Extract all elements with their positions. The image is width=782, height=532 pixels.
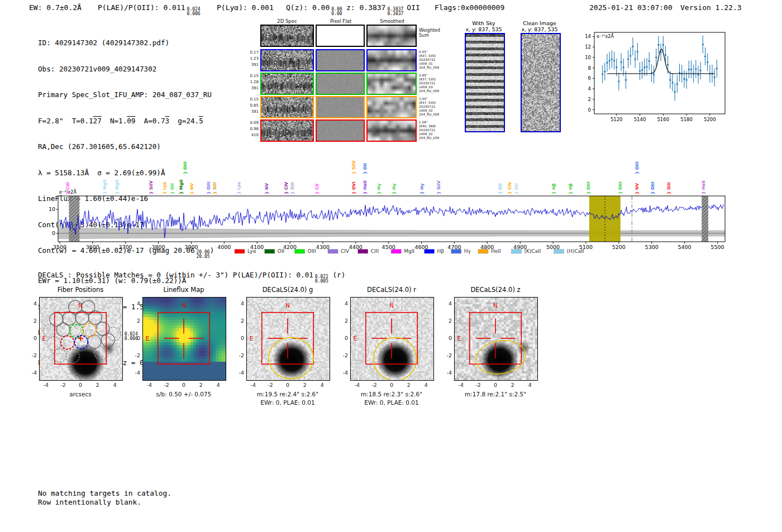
svg-text:} CIV: } CIV xyxy=(284,182,289,194)
cutout-ytick: 2 xyxy=(130,318,140,324)
spec2d-row-left-labels: 0.171.23391 xyxy=(247,50,259,68)
cutout-ytick: 4 xyxy=(27,300,37,306)
cutout-ytick: 2 xyxy=(27,318,37,324)
decals-frac: 0.0210.005 xyxy=(315,275,328,284)
header-plae-value: P(LAE)/P(OII): 0.011 xyxy=(98,3,185,12)
svg-text:} SiIV: } SiIV xyxy=(436,180,441,194)
header-plae-frac: 0.0240.006 xyxy=(187,7,201,16)
cutout-ytick: -4 xyxy=(338,370,348,376)
info-seeing-line: F=2.8" T=0.127 N=1.09 A=0.73 g=24.5 xyxy=(38,117,214,126)
svg-text:} OIII: } OIII xyxy=(586,181,591,194)
decals-summary: DECaLS : Possible Matches = 0 (within +/… xyxy=(38,271,345,284)
spec2d-cell xyxy=(260,119,314,142)
cutout-xtick: 4 xyxy=(111,382,120,388)
svg-text:10: 10 xyxy=(49,206,55,212)
spec2d-cutout-image xyxy=(317,121,364,141)
spec2d-row-left-labels: 0.150.85391 xyxy=(247,97,259,115)
svg-text:5160: 5160 xyxy=(657,117,669,122)
info-g-ov: 5 xyxy=(199,117,203,125)
spec2d-header-2dspec: 2D Spec xyxy=(277,18,297,24)
cutout-ytick: -2 xyxy=(234,352,244,358)
svg-text:} OIII: } OIII xyxy=(206,181,211,194)
header-plae: P(LAE)/P(OII): 0.0110.0240.006 xyxy=(98,3,201,16)
header-qz-frac: 0.000.00 xyxy=(331,7,342,16)
svg-text:} OIII: } OIII xyxy=(183,161,188,174)
cutout-overlay: NE xyxy=(39,297,122,380)
clean-title: Clean Imagex, y: 837, 535 xyxy=(509,20,570,32)
cutout-ytick: 0 xyxy=(442,335,452,341)
cutout-xtick: -4 xyxy=(249,382,258,388)
header-flags: Flags:0x00000009 xyxy=(435,3,504,12)
spec2d-row xyxy=(260,25,468,47)
spec2d-cutout-image xyxy=(368,50,416,70)
cutout-xtick: 0 xyxy=(179,382,188,388)
svg-text:5180: 5180 xyxy=(680,117,693,122)
cutout-xtick: -2 xyxy=(474,382,483,388)
svg-text:5200: 5200 xyxy=(612,244,626,250)
spec2d-cell xyxy=(260,96,314,118)
header-datetime: 2025-01-21 03:07:00 xyxy=(589,3,673,12)
header-qz: Q(z): 0.000.000.00 xyxy=(286,3,342,16)
svg-text:14: 14 xyxy=(585,33,591,39)
svg-text:N: N xyxy=(389,302,394,309)
cutout-caption: m:17.8 re:2.1" s:2.5" xyxy=(434,391,557,397)
svg-text:} HeII: } HeII xyxy=(363,180,368,194)
spec2d-cell xyxy=(366,25,417,47)
cutout-xtick: 0 xyxy=(283,382,292,388)
svg-text:4300: 4300 xyxy=(316,244,330,250)
svg-text:CIV: CIV xyxy=(341,248,350,254)
cutout-ytick: 4 xyxy=(442,300,452,306)
svg-text:E: E xyxy=(457,335,461,342)
line-fit-chart: 0246810121451205140516051805200e⁻¹⁷x2Å xyxy=(578,29,729,133)
cutout-xtick: -2 xyxy=(59,382,68,388)
svg-text:3500: 3500 xyxy=(53,244,66,250)
cutout-ytick: -4 xyxy=(442,370,452,376)
svg-text:} Hγ: } Hγ xyxy=(392,184,397,194)
clean-coords: x, y: 837, 535 xyxy=(521,26,557,32)
svg-text:4000: 4000 xyxy=(217,244,231,250)
spec2d-cell xyxy=(366,119,417,142)
svg-text:2: 2 xyxy=(588,97,591,102)
cutout-ytick: 0 xyxy=(27,335,37,341)
svg-text:} MgII: } MgII xyxy=(115,179,120,194)
svg-text:E: E xyxy=(249,335,253,342)
svg-text:(H)CaII: (H)CaII xyxy=(567,248,584,254)
header-qz-value: Q(z): 0.00 xyxy=(286,3,330,12)
decals-lo: 0.005 xyxy=(315,279,328,284)
cutout-xtick: -2 xyxy=(162,382,171,388)
svg-text:OIII: OIII xyxy=(308,248,316,254)
svg-text:} SiII: } SiII xyxy=(666,182,671,194)
svg-text:5300: 5300 xyxy=(645,244,659,250)
spec2d-cutout-image xyxy=(261,50,313,70)
info-a: A=0.7 xyxy=(135,117,165,125)
info-n: N=1. xyxy=(102,117,127,125)
spec2d-row-right-labels: 1.58"(840, 368)20230721v009_02204_RU_039 xyxy=(419,121,452,140)
cutout-xtick: 2 xyxy=(404,382,413,388)
svg-text:0: 0 xyxy=(52,230,55,236)
spec2d-header-pixelflat: Pixel Flat xyxy=(330,18,351,24)
decals-band: (r) xyxy=(328,271,345,279)
footer-note: No matching targets in catalog. Row inte… xyxy=(38,489,171,507)
cutout-xtick: 2 xyxy=(301,382,309,388)
cutout-ytick: 4 xyxy=(130,300,140,306)
svg-text:10: 10 xyxy=(585,55,591,60)
header-z: z: 0.38370.38370.3837OII xyxy=(346,3,420,16)
cutout-title: DECaLS(24.0) z xyxy=(434,286,557,294)
spec2d-cutout-image xyxy=(261,74,313,94)
spec2d-cutout-image xyxy=(368,97,416,117)
spec2d-cell xyxy=(260,73,314,95)
svg-text:} Hβ: } Hβ xyxy=(568,183,573,194)
svg-text:} Lyα: } Lyα xyxy=(162,182,167,194)
spec2d-panel: 2D Spec Pixel Flat Smoothed WeightedSum … xyxy=(247,18,455,146)
svg-text:3600: 3600 xyxy=(86,244,99,250)
cutout-ytick: -4 xyxy=(27,370,37,376)
info-primary-spec: Primary Spec_Slot_IFU_AMP: 204_087_037_R… xyxy=(38,90,214,99)
spec2d-cell xyxy=(260,25,314,47)
spec2d-cutout-image xyxy=(368,121,416,141)
svg-text:e⁻¹⁷x2Å: e⁻¹⁷x2Å xyxy=(597,33,614,39)
cutout-ytick: -2 xyxy=(130,352,140,358)
cutout-ytick: -2 xyxy=(442,352,452,358)
svg-text:E: E xyxy=(145,335,149,342)
svg-text:} OII: } OII xyxy=(498,183,503,194)
info-n-ov: 09 xyxy=(127,117,135,125)
